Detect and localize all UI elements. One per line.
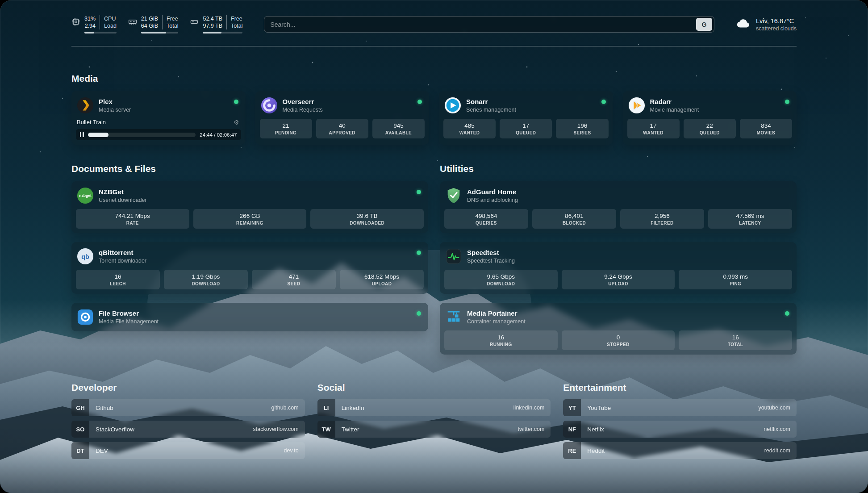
- bookmark-abbr: TW: [317, 421, 335, 438]
- bookmark-abbr: LI: [317, 399, 335, 416]
- bookmark-twitter[interactable]: TW Twitter twitter.com: [317, 421, 551, 438]
- bookmark-dev[interactable]: DT DEV dev.to: [71, 442, 305, 459]
- service-card-speedtest[interactable]: Speedtest Speedtest Tracking 9.65 Gbps D…: [440, 242, 797, 294]
- speedtest-icon: [445, 248, 462, 265]
- bookmark-group-developer: Developer GH Github github.com SO StackO…: [71, 382, 305, 464]
- stat-download: 1.19 Gbps DOWNLOAD: [164, 270, 248, 289]
- cpu-widget: 31% 2.94 CPU Load: [71, 15, 117, 33]
- service-name: Media Portainer: [467, 309, 526, 317]
- bookmark-url: netflix.com: [764, 426, 797, 432]
- bookmark-name: LinkedIn: [335, 405, 364, 411]
- bookmark-url: linkedin.com: [513, 405, 551, 411]
- gear-icon[interactable]: ⚙: [234, 119, 239, 125]
- disk-total-value: 97.9 TB: [203, 22, 222, 29]
- service-card-portainer[interactable]: Media Portainer Container management 16 …: [440, 303, 797, 355]
- status-dot: [417, 190, 421, 194]
- bookmark-abbr: SO: [71, 421, 89, 438]
- plex-player-bar: 24:44 / 02:06:47: [76, 129, 241, 140]
- stat-wanted: 485 WANTED: [443, 119, 496, 138]
- bookmark-abbr: GH: [71, 399, 89, 416]
- stat-blocked: 86,401 BLOCKED: [532, 209, 616, 229]
- status-dot: [417, 251, 421, 255]
- section-title-developer: Developer: [71, 382, 305, 393]
- bookmark-name: Github: [89, 405, 113, 411]
- bookmark-name: StackOverflow: [89, 426, 134, 433]
- service-card-radarr[interactable]: Radarr Movie management 17 WANTED 22 QUE…: [623, 91, 797, 145]
- disk-total-label: Total: [231, 22, 242, 29]
- service-name: Speedtest: [467, 249, 515, 256]
- service-card-filebrowser[interactable]: File Browser Media File Management: [71, 303, 428, 331]
- service-card-adguard[interactable]: AdGuard Home DNS and adblocking 498,564 …: [440, 181, 797, 233]
- disk-progress-bar: [203, 32, 242, 33]
- search-bar: G: [264, 16, 714, 33]
- stat-queries: 498,564 QUERIES: [444, 209, 528, 229]
- stat-leech: 16 LEECH: [76, 270, 160, 289]
- disk-icon: [190, 17, 199, 28]
- cpu-icon: [71, 17, 80, 28]
- bookmark-url: github.com: [271, 405, 305, 411]
- service-description: Media Requests: [283, 107, 323, 113]
- overseerr-icon: [261, 97, 278, 114]
- service-card-sonarr[interactable]: Sonarr Series management 485 WANTED 17 Q…: [439, 91, 613, 145]
- status-dot: [785, 311, 789, 316]
- disk-free-label: Free: [231, 15, 242, 22]
- playback-progress-bar[interactable]: [88, 133, 196, 137]
- bookmark-group-entertainment: Entertainment YT YouTube youtube.com NF …: [563, 382, 797, 464]
- bookmark-url: reddit.com: [764, 447, 797, 454]
- service-card-qbittorrent[interactable]: qb qBittorrent Torrent downloader 16: [71, 242, 428, 294]
- topbar: 31% 2.94 CPU Load: [71, 0, 797, 33]
- bookmark-name: Twitter: [335, 426, 359, 433]
- service-description: Container management: [467, 318, 526, 325]
- search-input[interactable]: [270, 21, 696, 28]
- service-card-overseerr[interactable]: Overseerr Media Requests 21 PENDING 40 A…: [255, 91, 430, 145]
- bookmark-name: DEV: [89, 447, 108, 454]
- weather-widget: Lviv, 16.87°C scattered clouds: [736, 16, 797, 33]
- bookmark-abbr: NF: [563, 421, 581, 438]
- memory-widget: 21 GiB 64 GiB Free Total: [128, 15, 179, 33]
- nzbget-icon: nzbget: [77, 187, 94, 204]
- bookmark-name: YouTube: [581, 405, 611, 411]
- stat-approved: 40 APPROVED: [316, 119, 368, 138]
- media-cards-row: Plex Media server Bullet Train ⚙ 24:44 /…: [71, 91, 797, 145]
- svg-text:qb: qb: [81, 253, 89, 260]
- stat-wanted: 17 WANTED: [627, 119, 680, 138]
- stat-pending: 21 PENDING: [260, 119, 312, 138]
- stat-stopped: 0 STOPPED: [562, 330, 675, 350]
- service-name: AdGuard Home: [467, 188, 518, 196]
- service-card-nzbget[interactable]: nzbget NZBGet Usenet downloader 744.21 M…: [71, 181, 428, 233]
- bookmark-url: youtube.com: [758, 405, 797, 411]
- bookmark-name: Reddit: [581, 447, 605, 454]
- cpu-label: CPU: [104, 15, 117, 22]
- stat-total: 16 TOTAL: [679, 330, 792, 350]
- section-title-social: Social: [317, 382, 551, 393]
- bookmark-github[interactable]: GH Github github.com: [71, 399, 305, 416]
- status-dot: [417, 100, 422, 104]
- bookmark-stackoverflow[interactable]: SO StackOverflow stackoverflow.com: [71, 421, 305, 438]
- dashboard-screen: 31% 2.94 CPU Load: [0, 0, 868, 493]
- utilities-column: Utilities AdGuard Ho: [440, 163, 797, 355]
- status-dot: [601, 100, 606, 104]
- pause-button[interactable]: [80, 132, 84, 137]
- bookmark-abbr: YT: [563, 399, 581, 416]
- bookmark-linkedin[interactable]: LI LinkedIn linkedin.com: [317, 399, 551, 416]
- stat-queued: 22 QUEUED: [684, 119, 736, 138]
- section-title-entertainment: Entertainment: [563, 382, 797, 393]
- cpu-load-value: 2.94: [85, 22, 96, 29]
- stat-remaining: 266 GB REMAINING: [193, 209, 307, 229]
- bookmark-reddit[interactable]: RE Reddit reddit.com: [563, 442, 797, 459]
- service-description: Media File Management: [99, 318, 159, 325]
- search-provider-button[interactable]: G: [696, 18, 712, 31]
- stat-queued: 17 QUEUED: [500, 119, 552, 138]
- stat-upload: 618.52 Mbps UPLOAD: [340, 270, 424, 289]
- service-description: DNS and adblocking: [467, 197, 518, 203]
- stat-available: 945 AVAILABLE: [372, 119, 425, 138]
- bookmark-url: twitter.com: [518, 426, 551, 432]
- status-dot: [417, 311, 421, 316]
- service-card-plex[interactable]: Plex Media server Bullet Train ⚙ 24:44 /…: [71, 91, 246, 145]
- service-description: Usenet downloader: [99, 197, 147, 203]
- bookmark-abbr: RE: [563, 442, 581, 459]
- weather-location: Lviv, 16.87°C: [756, 17, 797, 25]
- bookmark-netflix[interactable]: NF Netflix netflix.com: [563, 421, 797, 438]
- status-dot: [234, 100, 238, 104]
- bookmark-youtube[interactable]: YT YouTube youtube.com: [563, 399, 797, 416]
